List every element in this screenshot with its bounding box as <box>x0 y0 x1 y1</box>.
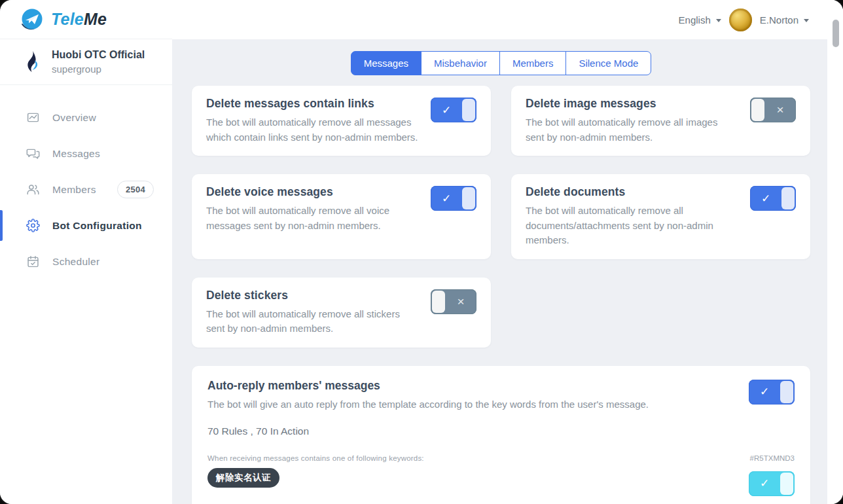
card-description: The bot will automatically remove all vo… <box>206 204 419 233</box>
toggle-delete-voice[interactable]: ✓ <box>431 186 476 211</box>
group-info[interactable]: Huobi OTC Official supergroup <box>0 39 172 85</box>
main-area: English E.Norton Messages Misbehavior Me… <box>172 0 843 504</box>
auto-reply-description: The bot will give an auto reply from the… <box>207 399 737 410</box>
keyword-chip: 解除实名认证 <box>207 468 279 488</box>
brand-logo: TeleMe <box>0 0 172 39</box>
sidebar-item-messages[interactable]: Messages <box>0 135 172 171</box>
tab-group: Messages Misbehavior Members Silence Mod… <box>192 51 810 75</box>
language-label: English <box>679 14 711 26</box>
sidebar-item-label: Bot Configuration <box>52 220 142 232</box>
toggle-delete-documents[interactable]: ✓ <box>750 186 796 211</box>
brand-name: TeleMe <box>51 10 107 29</box>
card-auto-reply: Auto-reply members' messages The bot wil… <box>192 366 810 504</box>
sidebar-item-label: Messages <box>52 148 100 160</box>
keywords-label: When receiving messages contains one of … <box>207 454 721 462</box>
check-icon: ✓ <box>749 380 780 405</box>
group-type: supergroup <box>52 63 145 75</box>
chevron-down-icon <box>804 19 809 22</box>
toggle-knob <box>432 291 445 313</box>
gear-icon <box>26 219 40 232</box>
check-icon: ✓ <box>431 98 462 122</box>
toggle-knob <box>751 99 764 121</box>
settings-grid: Delete messages contain links The bot wi… <box>192 86 810 348</box>
toggle-knob <box>781 187 795 209</box>
auto-reply-title: Auto-reply members' messages <box>207 379 737 393</box>
card-description: The bot will automatically remove all me… <box>206 115 419 145</box>
card-delete-stickers: Delete stickers The bot will automatical… <box>192 278 491 348</box>
toggle-knob <box>780 381 793 403</box>
calendar-icon <box>26 255 40 268</box>
toggle-delete-stickers[interactable]: × <box>431 289 476 314</box>
scrollbar-track <box>827 0 843 504</box>
members-count-badge: 2504 <box>117 181 154 198</box>
check-icon: ✓ <box>749 471 780 496</box>
sidebar-item-scheduler[interactable]: Scheduler <box>0 243 172 279</box>
chevron-down-icon <box>716 19 721 22</box>
cross-icon: × <box>445 289 476 314</box>
toggle-knob <box>780 473 793 495</box>
cross-icon: × <box>764 98 796 122</box>
chat-icon <box>26 147 40 160</box>
check-icon: ✓ <box>431 186 462 211</box>
card-title: Delete stickers <box>206 289 419 302</box>
sidebar-item-overview[interactable]: Overview <box>0 99 172 135</box>
toggle-rule-active[interactable]: ✓ <box>749 471 795 496</box>
huobi-group-logo-icon <box>24 51 41 73</box>
app-window: TeleMe Huobi OTC Official supergroup Ove… <box>0 0 843 504</box>
card-delete-links: Delete messages contain links The bot wi… <box>192 86 491 156</box>
tab-members[interactable]: Members <box>499 51 567 75</box>
toggle-auto-reply[interactable]: ✓ <box>749 380 795 405</box>
toggle-knob <box>462 187 475 209</box>
chart-icon <box>26 111 40 124</box>
scrollbar-thumb[interactable] <box>833 20 839 47</box>
sidebar-item-label: Members <box>52 184 96 196</box>
user-menu[interactable]: E.Norton <box>760 14 809 26</box>
auto-reply-stats: 70 Rules , 70 In Action <box>207 425 795 437</box>
tab-silence-mode[interactable]: Silence Mode <box>565 51 651 75</box>
sidebar-item-members[interactable]: Members 2504 <box>0 171 172 207</box>
card-title: Delete voice messages <box>206 185 419 199</box>
card-delete-documents: Delete documents The bot will automatica… <box>511 174 810 259</box>
sidebar-nav: Overview Messages Members 2504 <box>0 85 172 279</box>
card-description: The bot will automatically remove all do… <box>526 204 738 248</box>
rule-id: #R5TXMND3 <box>750 454 795 462</box>
card-description: The bot will automatically remove all st… <box>206 307 419 336</box>
tab-misbehavior[interactable]: Misbehavior <box>421 51 500 75</box>
language-selector[interactable]: English <box>679 14 721 26</box>
sidebar: TeleMe Huobi OTC Official supergroup Ove… <box>0 0 172 504</box>
user-avatar[interactable] <box>729 9 752 31</box>
people-icon <box>26 183 40 196</box>
card-description: The bot will automatically remove all im… <box>526 115 738 145</box>
card-delete-images: Delete image messages The bot will autom… <box>511 86 810 156</box>
sidebar-item-label: Scheduler <box>52 256 100 268</box>
teleme-logo-icon <box>20 7 45 32</box>
toggle-knob <box>462 99 475 121</box>
group-name: Huobi OTC Official <box>52 49 145 61</box>
card-title: Delete messages contain links <box>206 97 419 111</box>
content: Messages Misbehavior Members Silence Mod… <box>172 39 843 504</box>
sidebar-item-label: Overview <box>52 112 96 124</box>
card-title: Delete documents <box>526 185 738 199</box>
check-icon: ✓ <box>750 186 781 211</box>
card-delete-voice: Delete voice messages The bot will autom… <box>192 174 491 259</box>
tab-messages[interactable]: Messages <box>351 51 422 75</box>
toggle-delete-links[interactable]: ✓ <box>431 98 476 122</box>
card-title: Delete image messages <box>526 97 738 111</box>
toggle-delete-images[interactable]: × <box>750 98 796 122</box>
topbar: English E.Norton <box>172 0 843 39</box>
sidebar-item-bot-configuration[interactable]: Bot Configuration <box>0 207 172 243</box>
user-name: E.Norton <box>760 14 798 26</box>
auto-reply-rule: When receiving messages contains one of … <box>207 454 795 504</box>
